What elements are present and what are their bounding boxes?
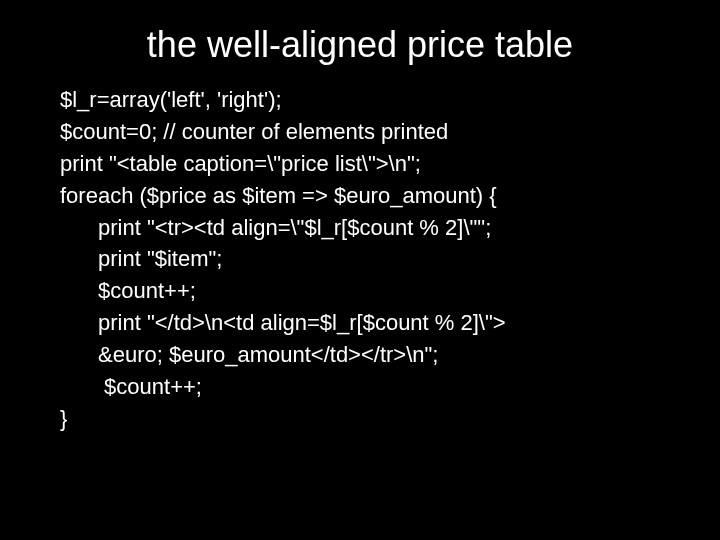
code-line: print "<tr><td align=\"$l_r[$count % 2]\…	[60, 212, 680, 244]
code-line: &euro; $euro_amount</td></tr>\n";	[60, 339, 680, 371]
code-line: $count++;	[60, 275, 680, 307]
code-block: $l_r=array('left', 'right'); $count=0; /…	[0, 84, 720, 435]
code-line: foreach ($price as $item => $euro_amount…	[60, 180, 680, 212]
code-line: $count=0; // counter of elements printed	[60, 116, 680, 148]
code-line: $count++;	[60, 371, 680, 403]
code-line: $l_r=array('left', 'right');	[60, 84, 680, 116]
code-line: print "<table caption=\"price list\">\n"…	[60, 148, 680, 180]
slide-container: the well-aligned price table $l_r=array(…	[0, 0, 720, 540]
code-line: print "</td>\n<td align=$l_r[$count % 2]…	[60, 307, 680, 339]
code-line: }	[60, 403, 680, 435]
code-line: print "$item";	[60, 243, 680, 275]
slide-title: the well-aligned price table	[0, 24, 720, 66]
